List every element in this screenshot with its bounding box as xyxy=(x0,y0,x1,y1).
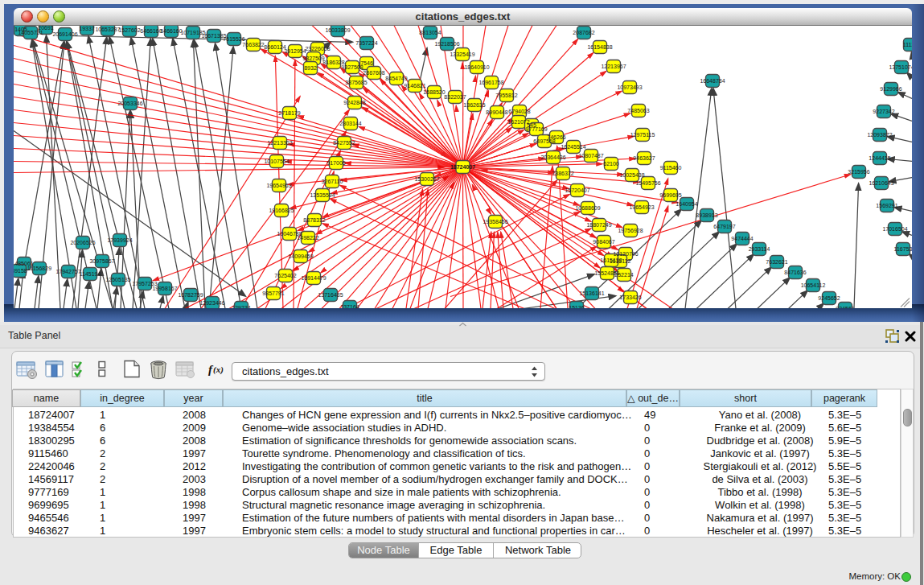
svg-text:15300267: 15300267 xyxy=(414,176,439,182)
svg-text:19654963: 19654963 xyxy=(266,183,291,188)
svg-text:16961758: 16961758 xyxy=(478,80,503,85)
svg-text:6466160: 6466160 xyxy=(140,28,162,34)
svg-text:18724007: 18724007 xyxy=(450,164,475,170)
svg-text:19358456: 19358456 xyxy=(483,219,507,225)
svg-text:2933114: 2933114 xyxy=(749,246,770,252)
svg-text:9857791: 9857791 xyxy=(262,290,284,296)
svg-text:9227342: 9227342 xyxy=(873,109,894,114)
svg-text:8454749: 8454749 xyxy=(385,76,407,81)
svg-text:18640910: 18640910 xyxy=(464,64,489,70)
svg-text:137164: 137164 xyxy=(340,304,359,308)
svg-text:7515526: 7515526 xyxy=(223,36,244,42)
svg-text:9084067: 9084067 xyxy=(593,239,614,245)
svg-text:17942757: 17942757 xyxy=(55,269,80,274)
svg-text:9146821: 9146821 xyxy=(404,83,425,89)
svg-text:7546: 7546 xyxy=(360,60,373,66)
svg-text:39158: 39158 xyxy=(14,268,27,274)
svg-text:19958167: 19958167 xyxy=(152,286,177,291)
svg-text:15136: 15136 xyxy=(569,305,585,308)
svg-text:11123: 11123 xyxy=(903,42,912,47)
svg-text:7357224: 7357224 xyxy=(355,40,377,46)
svg-text:17939924: 17939924 xyxy=(107,237,132,243)
svg-text:30975867: 30975867 xyxy=(89,258,114,264)
svg-text:8878312: 8878312 xyxy=(303,217,325,223)
svg-text:8322037: 8322037 xyxy=(444,94,466,100)
svg-text:15524851: 15524851 xyxy=(594,270,619,276)
svg-text:1615132: 1615132 xyxy=(600,257,622,263)
svg-text:20206526: 20206526 xyxy=(70,240,95,245)
svg-text:6466160: 6466160 xyxy=(160,28,182,34)
svg-text:11156829: 11156829 xyxy=(27,266,51,271)
svg-text:6794028: 6794028 xyxy=(508,109,530,114)
svg-text:10654112: 10654112 xyxy=(801,282,826,288)
svg-text:7955812: 7955812 xyxy=(495,93,517,98)
svg-text:62100: 62100 xyxy=(603,161,619,167)
svg-text:1527602: 1527602 xyxy=(118,27,140,33)
svg-text:116753: 116753 xyxy=(894,246,912,252)
svg-text:2803144: 2803144 xyxy=(339,121,361,126)
svg-text:12093872: 12093872 xyxy=(867,132,892,138)
svg-text:19218506: 19218506 xyxy=(434,41,459,47)
svg-text:16210643: 16210643 xyxy=(869,180,893,186)
svg-text:17016504: 17016504 xyxy=(882,226,907,232)
svg-text:1733426: 1733426 xyxy=(619,295,641,300)
svg-text:19756928: 19756928 xyxy=(618,228,643,233)
svg-text:9474444: 9474444 xyxy=(731,236,753,241)
svg-text:12505135: 12505135 xyxy=(105,277,130,282)
svg-text:13751074: 13751074 xyxy=(889,64,912,70)
svg-text:917006: 917006 xyxy=(326,160,345,166)
svg-text:18807249: 18807249 xyxy=(586,222,611,228)
svg-text:3912954: 3912954 xyxy=(284,48,306,54)
svg-text:20364436: 20364436 xyxy=(540,154,565,160)
svg-text:20691406: 20691406 xyxy=(52,31,77,37)
svg-text:16033809: 16033809 xyxy=(325,27,350,33)
svg-text:8427552: 8427552 xyxy=(333,140,355,146)
svg-text:10688609: 10688609 xyxy=(575,205,600,211)
svg-text:3875685: 3875685 xyxy=(345,80,367,85)
svg-text:13716485: 13716485 xyxy=(318,292,343,298)
svg-text:15720407: 15720407 xyxy=(565,187,589,193)
svg-text:7386372: 7386372 xyxy=(552,171,573,176)
svg-text:16648784: 16648784 xyxy=(700,78,725,84)
svg-text:12975115: 12975115 xyxy=(630,132,655,138)
svg-text:16914479: 16914479 xyxy=(301,275,326,281)
svg-text:10025438: 10025438 xyxy=(619,172,644,178)
svg-text:9129966: 9129966 xyxy=(880,86,901,92)
svg-text:19166825: 19166825 xyxy=(269,208,294,213)
svg-text:19337: 19337 xyxy=(79,26,95,31)
svg-text:8990448: 8990448 xyxy=(486,109,507,115)
svg-text:(x): (x) xyxy=(213,365,224,375)
svg-text:10973493: 10973493 xyxy=(617,84,642,90)
svg-text:10046788: 10046788 xyxy=(277,231,302,237)
svg-text:10807487: 10807487 xyxy=(578,153,603,159)
svg-text:1640954: 1640954 xyxy=(676,201,697,207)
svg-text:6479197: 6479197 xyxy=(713,224,735,229)
svg-text:746266: 746266 xyxy=(547,134,565,140)
svg-text:8813054: 8813054 xyxy=(419,30,441,35)
svg-text:129234: 129234 xyxy=(232,305,250,308)
svg-text:23226058: 23226058 xyxy=(305,46,330,51)
svg-text:9777169: 9777169 xyxy=(525,126,547,132)
svg-text:16245514: 16245514 xyxy=(561,144,585,150)
svg-text:1569291: 1569291 xyxy=(876,203,897,208)
svg-text:16120746: 16120746 xyxy=(613,251,638,257)
svg-text:7632621: 7632621 xyxy=(766,259,787,265)
svg-text:8938913: 8938913 xyxy=(696,212,717,218)
svg-text:1588520: 1588520 xyxy=(423,89,445,95)
svg-text:13535594: 13535594 xyxy=(310,192,335,198)
svg-text:20691: 20691 xyxy=(38,26,54,31)
svg-text:8660124: 8660124 xyxy=(264,44,285,50)
svg-text:15495756: 15495756 xyxy=(635,180,660,186)
svg-text:9245652: 9245652 xyxy=(818,295,840,301)
svg-text:14099459: 14099459 xyxy=(288,253,313,259)
svg-text:2087682: 2087682 xyxy=(573,30,594,35)
svg-text:10107554: 10107554 xyxy=(264,159,289,164)
svg-text:8932: 8932 xyxy=(304,65,317,71)
svg-text:3215956: 3215956 xyxy=(848,169,869,175)
svg-text:12213303: 12213303 xyxy=(267,140,292,146)
svg-text:7663822: 7663822 xyxy=(242,42,264,47)
svg-text:9115460: 9115460 xyxy=(660,165,682,171)
svg-text:8471636: 8471636 xyxy=(784,270,806,275)
svg-text:12923446: 12923446 xyxy=(199,300,224,306)
svg-text:2867608: 2867608 xyxy=(363,70,384,76)
